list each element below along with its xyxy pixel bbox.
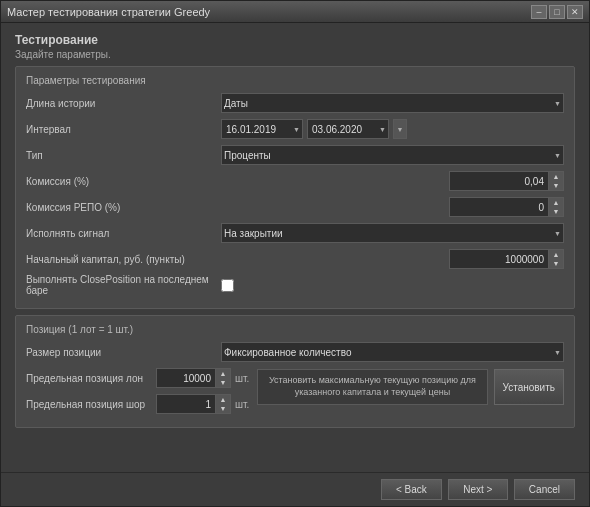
cancel-button[interactable]: Cancel [514, 479, 575, 500]
date-to-input[interactable] [307, 119, 389, 139]
long-spin-down[interactable]: ▼ [216, 378, 230, 387]
capital-spin-wrapper: ▲ ▼ [221, 249, 564, 269]
install-hint-text: Установить максимальную текущую позицию … [257, 369, 487, 405]
close-position-checkbox[interactable] [221, 279, 234, 292]
initial-capital-label: Начальный капитал, руб. (пункты) [26, 254, 221, 265]
section-subtitle: Задайте параметры. [15, 49, 575, 60]
type-control: Проценты Пункты [221, 145, 564, 165]
repo-commission-spin-buttons: ▲ ▼ [549, 197, 564, 217]
position-size-select-wrapper: Фиксированное количество Процент от капи… [221, 342, 564, 362]
short-spin-buttons: ▲ ▼ [216, 394, 231, 414]
short-spin: ▲ ▼ [156, 394, 231, 414]
initial-capital-control: ▲ ▼ [221, 249, 564, 269]
window-controls: – □ ✕ [531, 5, 583, 19]
testing-params-panel: Параметры тестирования Длина истории Дат… [15, 66, 575, 309]
section-header: Тестирование Задайте параметры. [15, 33, 575, 60]
back-button[interactable]: < Back [381, 479, 442, 500]
commission-spin-up[interactable]: ▲ [549, 172, 563, 181]
history-length-row: Длина истории Даты Все [26, 92, 564, 114]
next-button[interactable]: Next > [448, 479, 508, 500]
close-position-row: Выполнять ClosePosition на последнем бар… [26, 274, 564, 296]
execute-signal-label: Исполнять сигнал [26, 228, 221, 239]
main-window: Мастер тестирования стратегии Greedy – □… [0, 0, 590, 507]
title-bar: Мастер тестирования стратегии Greedy – □… [1, 1, 589, 23]
position-params-panel: Позиция (1 лот = 1 шт.) Размер позиции Ф… [15, 315, 575, 428]
commission-spin-buttons: ▲ ▼ [549, 171, 564, 191]
maximize-button[interactable]: □ [549, 5, 565, 19]
interval-control: ▼ [221, 119, 564, 139]
repo-commission-spin: ▲ ▼ [449, 197, 564, 217]
repo-commission-control: ▲ ▼ [221, 197, 564, 217]
long-unit-label: шт. [235, 373, 249, 384]
date-to-wrapper [307, 119, 389, 139]
commission-label: Комиссия (%) [26, 176, 221, 187]
interval-row: Интервал ▼ [26, 118, 564, 140]
long-position-row: Предельная позиция лон ▲ ▼ шт. [26, 367, 249, 389]
long-spin-buttons: ▲ ▼ [216, 368, 231, 388]
position-size-label: Размер позиции [26, 347, 221, 358]
execute-signal-row: Исполнять сигнал На закрытии На открытии [26, 222, 564, 244]
bottom-bar: < Back Next > Cancel [1, 472, 589, 506]
short-spin-up[interactable]: ▲ [216, 395, 230, 404]
history-length-control: Даты Все [221, 93, 564, 113]
section-title: Тестирование [15, 33, 575, 47]
initial-capital-spin: ▲ ▼ [449, 249, 564, 269]
long-spin: ▲ ▼ [156, 368, 231, 388]
initial-capital-spin-down[interactable]: ▼ [549, 259, 563, 268]
type-select[interactable]: Проценты Пункты [221, 145, 564, 165]
initial-capital-input[interactable] [449, 249, 549, 269]
commission-row: Комиссия (%) ▲ ▼ [26, 170, 564, 192]
repo-spin-wrapper: ▲ ▼ [221, 197, 564, 217]
position-size-control: Фиксированное количество Процент от капи… [221, 342, 564, 362]
interval-label: Интервал [26, 124, 221, 135]
commission-spin-down[interactable]: ▼ [549, 181, 563, 190]
commission-control: ▲ ▼ [221, 171, 564, 191]
window-title: Мастер тестирования стратегии Greedy [7, 6, 210, 18]
commission-spin-wrapper: ▲ ▼ [221, 171, 564, 191]
history-length-select-wrapper: Даты Все [221, 93, 564, 113]
install-area: Установить максимальную текущую позицию … [257, 369, 564, 405]
main-content: Тестирование Задайте параметры. Параметр… [1, 23, 589, 472]
history-length-label: Длина истории [26, 98, 221, 109]
short-spin-down[interactable]: ▼ [216, 404, 230, 413]
repo-commission-label: Комиссия РЕПО (%) [26, 202, 221, 213]
history-length-select[interactable]: Даты Все [221, 93, 564, 113]
long-position-input[interactable] [156, 368, 216, 388]
position-limits-area: Предельная позиция лон ▲ ▼ шт. Предельна [26, 367, 249, 419]
date-dropdown-btn[interactable]: ▼ [393, 119, 407, 139]
short-unit-label: шт. [235, 399, 249, 410]
testing-params-label: Параметры тестирования [26, 75, 564, 86]
close-position-label: Выполнять ClosePosition на последнем бар… [26, 274, 221, 296]
commission-input[interactable] [449, 171, 549, 191]
position-size-row: Размер позиции Фиксированное количество … [26, 341, 564, 363]
commission-spin: ▲ ▼ [449, 171, 564, 191]
type-row: Тип Проценты Пункты [26, 144, 564, 166]
repo-commission-row: Комиссия РЕПО (%) ▲ ▼ [26, 196, 564, 218]
date-from-wrapper [221, 119, 303, 139]
close-button[interactable]: ✕ [567, 5, 583, 19]
type-select-wrapper: Проценты Пункты [221, 145, 564, 165]
initial-capital-spin-buttons: ▲ ▼ [549, 249, 564, 269]
execute-signal-control: На закрытии На открытии [221, 223, 564, 243]
initial-capital-row: Начальный капитал, руб. (пункты) ▲ ▼ [26, 248, 564, 270]
position-size-select[interactable]: Фиксированное количество Процент от капи… [221, 342, 564, 362]
date-from-input[interactable] [221, 119, 303, 139]
short-position-row: Предельная позиция шор ▲ ▼ шт. [26, 393, 249, 415]
short-position-label: Предельная позиция шор [26, 399, 156, 410]
install-button[interactable]: Установить [494, 369, 565, 405]
long-position-label: Предельная позиция лон [26, 373, 156, 384]
execute-signal-select-wrapper: На закрытии На открытии [221, 223, 564, 243]
long-spin-up[interactable]: ▲ [216, 369, 230, 378]
short-position-input[interactable] [156, 394, 216, 414]
position-details-area: Предельная позиция лон ▲ ▼ шт. Предельна [26, 367, 564, 419]
repo-commission-spin-up[interactable]: ▲ [549, 198, 563, 207]
minimize-button[interactable]: – [531, 5, 547, 19]
initial-capital-spin-up[interactable]: ▲ [549, 250, 563, 259]
close-position-control [221, 279, 564, 292]
execute-signal-select[interactable]: На закрытии На открытии [221, 223, 564, 243]
repo-commission-input[interactable] [449, 197, 549, 217]
position-params-label: Позиция (1 лот = 1 шт.) [26, 324, 564, 335]
repo-commission-spin-down[interactable]: ▼ [549, 207, 563, 216]
type-label: Тип [26, 150, 221, 161]
